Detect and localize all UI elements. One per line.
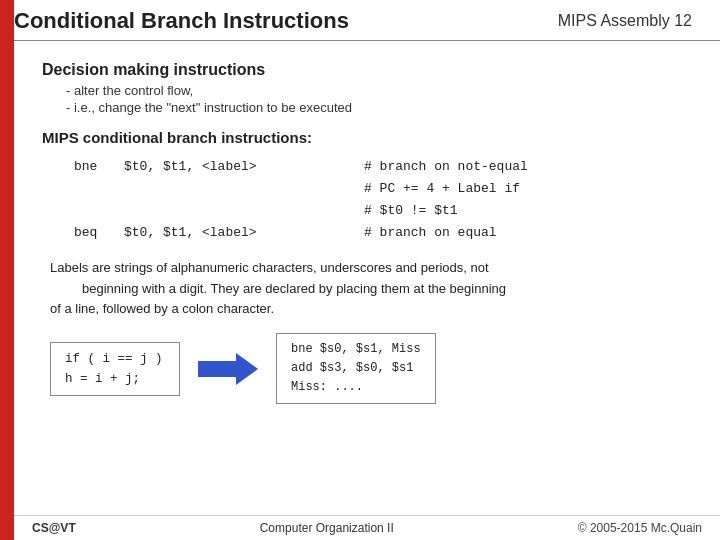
footer-right: © 2005-2015 Mc.Quain [578,521,702,535]
slide-footer: CS@VT Computer Organization II © 2005-20… [14,515,720,540]
code-block: bne $t0, $t1, <label> # branch on not-eq… [74,156,692,244]
slide-content: Decision making instructions alter the c… [14,49,720,416]
code-comment-4: # branch on equal [364,222,497,244]
arrow-icon [198,349,258,389]
code-args-4: $t0, $t1, <label> [124,222,364,244]
code-args-1: $t0, $t1, <label> [124,156,364,178]
asm-code-line-2: add $s3, $s0, $s1 [291,359,421,378]
code-line-2: # PC += 4 + Label if [74,178,692,200]
slide-header: Conditional Branch Instructions MIPS Ass… [14,0,720,40]
c-code-line-2: h = i + j; [65,369,165,389]
decision-section-title: Decision making instructions [42,61,692,79]
asm-code-line-3: Miss: .... [291,378,421,397]
code-line-1: bne $t0, $t1, <label> # branch on not-eq… [74,156,692,178]
labels-paragraph: Labels are strings of alphanumeric chara… [42,258,692,318]
code-args-2 [124,178,364,200]
mips-section-title: MIPS conditional branch instructions: [42,129,692,146]
code-comment-2: # PC += 4 + Label if [364,178,520,200]
code-comment-1: # branch on not-equal [364,156,528,178]
slide-subtitle: MIPS Assembly 12 [558,12,692,30]
svg-marker-0 [198,353,258,385]
bullet-item-1: alter the control flow, [66,83,692,98]
red-accent-bar [0,0,14,540]
footer-left: CS@VT [32,521,76,535]
code-instr-2 [74,178,124,200]
c-code-box: if ( i == j ) h = i + j; [50,342,180,396]
code-line-3: # $t0 != $t1 [74,200,692,222]
example-section: if ( i == j ) h = i + j; bne $s0, $s1, M… [42,333,692,405]
code-args-3 [124,200,364,222]
asm-code-line-1: bne $s0, $s1, Miss [291,340,421,359]
footer-center: Computer Organization II [260,521,394,535]
code-instr-beq: beq [74,222,124,244]
code-instr-bne: bne [74,156,124,178]
bullet-item-2: i.e., change the "next" instruction to b… [66,100,692,115]
c-code-line-1: if ( i == j ) [65,349,165,369]
slide-title: Conditional Branch Instructions [14,8,558,34]
code-comment-3: # $t0 != $t1 [364,200,458,222]
code-instr-3 [74,200,124,222]
code-line-4: beq $t0, $t1, <label> # branch on equal [74,222,692,244]
decision-bullets: alter the control flow, i.e., change the… [66,83,692,115]
asm-code-box: bne $s0, $s1, Miss add $s3, $s0, $s1 Mis… [276,333,436,405]
